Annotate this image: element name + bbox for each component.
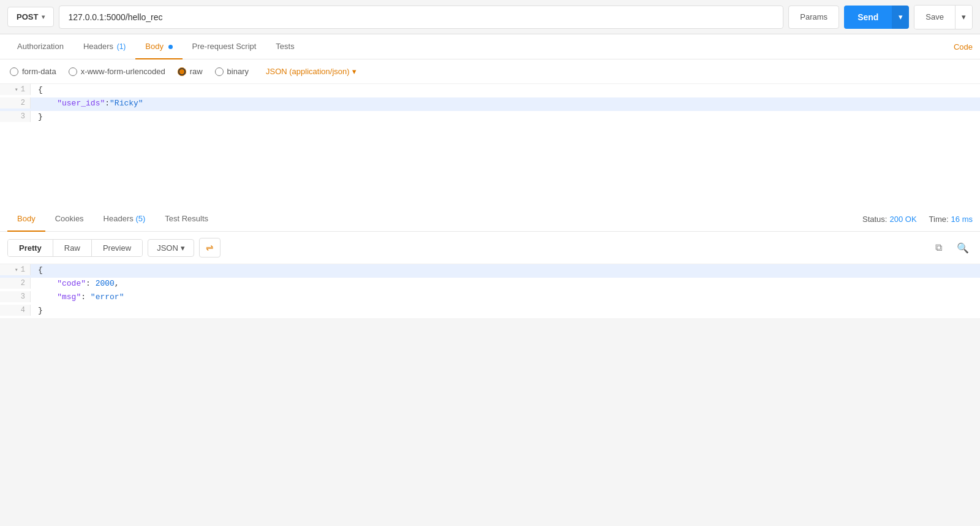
copy-button[interactable]: ⧉ [932,240,946,256]
json-format-button[interactable]: JSON ▾ [148,239,194,257]
view-button-group: Pretty Raw Preview [7,239,143,257]
response-line-2: 2 "code": 2000, [0,278,980,291]
response-line-3: 3 "msg": "error" [0,291,980,305]
request-section: Authorization Headers (1) Body Pre-reque… [0,34,980,207]
save-dropdown-button[interactable]: ▾ [955,6,972,29]
json-format-label: JSON (application/json) [266,67,350,76]
code-link-label: Code [954,42,973,51]
send-button[interactable]: Send [844,6,892,29]
word-wrap-button[interactable]: ⇌ [199,238,221,257]
request-tabs: Authorization Headers (1) Body Pre-reque… [0,34,980,59]
tab-pre-request-script[interactable]: Pre-request Script [183,34,266,59]
panels-container: Authorization Headers (1) Body Pre-reque… [0,34,980,526]
save-chevron-icon: ▾ [962,12,966,21]
url-input[interactable] [59,6,783,29]
response-line-number-1: ▾ 1 [0,264,31,275]
tab-body-dot [168,45,173,49]
json-format-chevron-icon: ▾ [181,243,185,253]
response-line-4: 4 } [0,305,980,318]
status-label: Status: [862,215,887,224]
response-tab-test-results[interactable]: Test Results [155,207,218,232]
request-line-1: ▾ 1 { [0,84,980,97]
search-icon: 🔍 [957,243,969,253]
tab-pre-request-label: Pre-request Script [192,42,257,51]
code-link[interactable]: Code [954,35,973,59]
line-content-2: "user_ids":"Ricky" [31,97,980,109]
method-selector[interactable]: POST ▾ [7,7,54,27]
time-label: Time: [929,215,949,224]
line-number-1: ▾ 1 [0,84,31,95]
response-line-content-3: "msg": "error" [31,291,980,303]
word-wrap-icon: ⇌ [206,242,214,253]
tab-authorization[interactable]: Authorization [7,34,74,59]
send-chevron-icon: ▾ [899,12,903,21]
tab-authorization-label: Authorization [17,42,64,51]
option-binary-label: binary [227,67,249,76]
response-section: Body Cookies Headers (5) Test Results St… [0,207,980,526]
response-line-number-4: 4 [0,305,31,316]
line-toggle-1[interactable]: ▾ [15,86,18,93]
response-line-1: ▾ 1 { [0,264,980,278]
view-preview-button[interactable]: Preview [91,240,142,256]
line-content-1: { [31,84,980,96]
radio-urlencoded[interactable] [69,67,77,76]
tab-tests[interactable]: Tests [266,34,304,59]
request-line-2: 2 "user_ids":"Ricky" [0,97,980,111]
json-format-selector[interactable]: JSON (application/json) ▾ [266,67,356,76]
response-tab-cookies-label: Cookies [55,214,84,223]
radio-binary[interactable] [215,67,224,76]
option-form-data-label: form-data [22,67,56,76]
tab-body[interactable]: Body [135,34,182,59]
params-button[interactable]: Params [788,6,839,29]
request-code-editor[interactable]: ▾ 1 { 2 "user_ids":"Ricky" 3 } [0,84,980,207]
status-value: 200 OK [889,215,916,224]
save-button[interactable]: Save [914,6,955,29]
tab-tests-label: Tests [276,42,294,51]
option-binary[interactable]: binary [215,67,249,76]
search-button[interactable]: 🔍 [953,240,973,256]
response-tab-body[interactable]: Body [7,207,45,232]
option-raw[interactable]: raw [178,67,203,76]
response-tab-cookies[interactable]: Cookies [45,207,94,232]
response-tab-body-label: Body [17,214,36,223]
method-chevron-icon: ▾ [42,13,45,20]
option-form-data[interactable]: form-data [10,67,56,76]
json-chevron-icon: ▾ [352,67,356,76]
response-toolbar: Pretty Raw Preview JSON ▾ ⇌ ⧉ 🔍 [0,232,980,264]
option-raw-label: raw [190,67,203,76]
tab-headers-label: Headers [83,42,113,51]
json-format-button-label: JSON [157,243,178,253]
response-code-editor[interactable]: ▾ 1 { 2 "code": 2000, 3 "msg": "err [0,264,980,318]
method-label: POST [17,12,38,21]
response-tab-headers-badge: (5) [135,214,145,223]
tab-body-label: Body [145,42,164,51]
option-urlencoded-label: x-www-form-urlencoded [81,67,165,76]
line-content-3: } [31,111,980,123]
radio-form-data[interactable] [10,67,18,76]
response-line-number-2: 2 [0,278,31,289]
time-value: 16 ms [951,215,973,224]
response-line-number-3: 3 [0,291,31,302]
response-tab-headers[interactable]: Headers (5) [94,207,156,232]
tab-headers-badge: (1) [117,42,126,51]
view-raw-button[interactable]: Raw [53,240,91,256]
option-urlencoded[interactable]: x-www-form-urlencoded [69,67,165,76]
response-tab-test-results-label: Test Results [165,214,208,223]
tab-headers[interactable]: Headers (1) [74,34,135,59]
radio-raw[interactable] [178,67,186,76]
toolbar: POST ▾ Params Send ▾ Save ▾ [0,0,980,34]
response-line-toggle-1[interactable]: ▾ [15,266,18,273]
response-status-bar: Status: 200 OK Time: 16 ms [862,215,973,224]
view-pretty-button[interactable]: Pretty [8,240,53,256]
response-line-content-2: "code": 2000, [31,278,980,289]
line-number-3: 3 [0,111,31,122]
save-button-group: Save ▾ [914,5,973,29]
body-options: form-data x-www-form-urlencoded raw bina… [0,59,980,84]
line-number-2: 2 [0,97,31,109]
send-dropdown-button[interactable]: ▾ [892,6,909,29]
copy-icon: ⧉ [935,242,942,253]
response-line-content-1: { [31,264,980,276]
send-button-group: Send ▾ [844,6,909,29]
request-line-3: 3 } [0,111,980,124]
response-line-content-4: } [31,305,980,316]
